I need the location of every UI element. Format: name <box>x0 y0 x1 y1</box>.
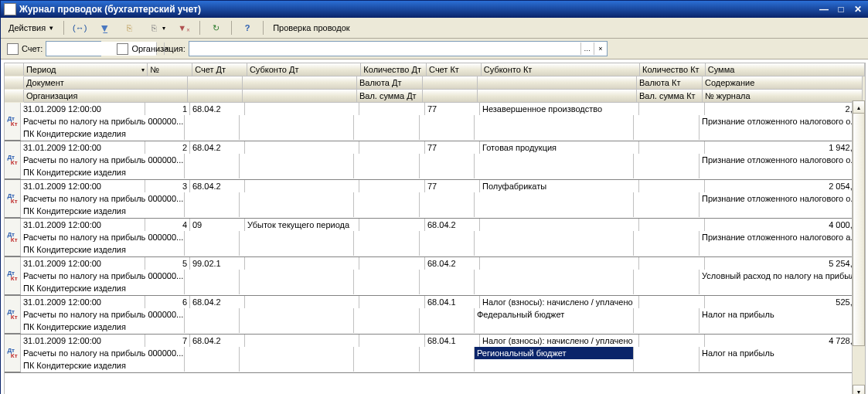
app-icon <box>4 3 16 15</box>
col-num[interactable]: № <box>148 63 192 76</box>
col-sub-dt[interactable]: Субконто Дт <box>247 63 361 76</box>
col-org[interactable]: Организация <box>24 90 188 103</box>
col-valsum-dt[interactable]: Вал. сумма Дт <box>357 90 423 103</box>
scrollbar-vertical[interactable]: ▴ ▾ <box>852 100 865 394</box>
table-row[interactable]: Дт Кт31.01.2009 12:00:00409Убыток текуще… <box>5 219 865 257</box>
cell-valsum-dt <box>354 359 420 372</box>
cell-valsum-kt <box>634 282 700 294</box>
cell-journal <box>700 166 859 178</box>
copy-button[interactable]: ⎘ <box>118 19 140 36</box>
refresh-button[interactable]: ↻ <box>205 19 226 36</box>
account-checkbox[interactable] <box>7 43 19 55</box>
header-row-1: Период▾ № Счет Дт Субконто Дт Количество… <box>5 63 865 76</box>
cell-acc-dt: 68.04.2 <box>190 180 245 192</box>
col-acc-dt[interactable]: Счет Дт <box>192 63 247 76</box>
cell-cur-dt <box>354 231 420 243</box>
cell-sub-kt2 <box>475 231 634 243</box>
col-cur-kt[interactable]: Валюта Кт <box>637 76 703 90</box>
scroll-thumb-v[interactable] <box>853 113 865 346</box>
col-valsum-kt[interactable]: Вал. сумма Кт <box>637 90 703 103</box>
cell-sub-dt <box>245 180 359 192</box>
col-acc-kt[interactable]: Счет Кт <box>427 63 482 76</box>
filterbar: Счет: … × Организация: … × <box>1 39 868 59</box>
cell-sub-kt2 <box>475 115 634 127</box>
cell-sub-dt <box>245 335 359 347</box>
cell-num: 2 <box>145 141 190 154</box>
settings-button[interactable]: ⎘▾ <box>143 19 170 36</box>
col-doc[interactable]: Документ <box>24 76 188 90</box>
cell-acc-dt: 99.02.1 <box>190 257 245 270</box>
cell-org: ПК Кондитерские изделия <box>21 282 185 294</box>
check-postings-button[interactable]: Проверка проводок <box>268 19 354 36</box>
cell-doc: Расчеты по налогу на прибыль 000000... <box>21 347 185 359</box>
cell-num: 4 <box>145 219 190 231</box>
org-filter-input[interactable] <box>189 42 580 56</box>
table-row[interactable]: Дт Кт31.01.2009 12:00:00268.04.277Готова… <box>5 141 865 180</box>
col-cur-dt[interactable]: Валюта Дт <box>357 76 423 90</box>
close-button[interactable]: ✕ <box>850 3 866 15</box>
cell-acc-dt: 68.04.2 <box>190 141 245 154</box>
org-checkbox[interactable] <box>117 43 128 55</box>
cell-qty-dt <box>359 219 425 231</box>
minimize-button[interactable]: — <box>816 3 832 15</box>
col-journal[interactable]: № журнала <box>703 90 863 103</box>
org-filter-field[interactable]: … × <box>189 41 608 56</box>
cell-desc: Условный расход по налогу на прибыль <box>700 270 859 282</box>
filter-button[interactable]: ▼̲ <box>94 19 115 36</box>
cell-sub-kt2: Региональный бюджет <box>475 347 634 359</box>
cell-org: ПК Кондитерские изделия <box>21 321 185 333</box>
cell-desc: Признание отложенного налогового а... <box>700 231 859 243</box>
table-row[interactable]: Дт Кт31.01.2009 12:00:00168.04.277Незаве… <box>5 103 865 141</box>
table-row[interactable]: Дт Кт31.01.2009 12:00:00668.04.268.04.1Н… <box>5 296 865 335</box>
cell-sub-kt <box>480 257 639 270</box>
maximize-button[interactable]: □ <box>833 3 849 15</box>
cell-acc-dt: 68.04.2 <box>190 335 245 347</box>
row-icon: Дт Кт <box>5 335 21 372</box>
col-desc[interactable]: Содержание <box>703 76 863 90</box>
col-blank2 <box>243 76 357 90</box>
table-row[interactable]: Дт Кт31.01.2009 12:00:00368.04.277Полуфа… <box>5 180 865 219</box>
toolbar: Действия ▼ (↔) ▼̲ ⎘ ⎘▾ ▼ₓ ↻ ? Проверка п… <box>1 18 868 39</box>
scroll-down-button[interactable]: ▾ <box>853 385 865 394</box>
clear-filter-button[interactable]: ▼ₓ <box>173 19 195 36</box>
cell-sub-kt: Налог (взносы): начислено / уплачено <box>480 335 639 347</box>
col-qty-dt[interactable]: Количество Дт <box>361 63 427 76</box>
header-icon-col <box>5 63 24 76</box>
cell-sub-kt: Незавершенное производство <box>480 103 639 115</box>
cell-desc: Налог на прибыль <box>700 308 859 321</box>
help-button[interactable]: ? <box>237 19 258 36</box>
org-select-button[interactable]: … <box>580 42 594 55</box>
cell-qty-dt <box>359 257 425 270</box>
org-clear-button[interactable]: × <box>594 42 607 55</box>
cell-qty-dt <box>359 141 425 154</box>
cell-desc: Признание отложенного налогового о... <box>700 192 859 205</box>
interval-button[interactable]: (↔) <box>69 19 90 36</box>
cell-cur-dt <box>354 308 420 321</box>
table-row[interactable]: Дт Кт31.01.2009 12:00:00768.04.268.04.1Н… <box>5 335 865 373</box>
cell-valsum-dt <box>354 282 420 294</box>
row-icon: Дт Кт <box>5 103 21 141</box>
account-filter-field[interactable]: … × <box>46 41 101 56</box>
col-sub-kt[interactable]: Субконто Кт <box>482 63 640 76</box>
cell-period: 31.01.2009 12:00:00 <box>21 180 145 192</box>
cell-cur-kt <box>634 115 700 127</box>
check-postings-label: Проверка проводок <box>273 23 349 32</box>
actions-menu-button[interactable]: Действия ▼ <box>4 19 59 36</box>
titlebar[interactable]: Журнал проводок (бухгалтерский учет) — □… <box>1 1 868 18</box>
cell-qty-dt <box>359 296 425 308</box>
cell-valsum-kt <box>634 205 700 217</box>
col-qty-kt[interactable]: Количество Кт <box>640 63 706 76</box>
cell-num: 3 <box>145 180 190 192</box>
col-sum[interactable]: Сумма <box>706 63 865 76</box>
cell-qty-kt <box>639 296 705 308</box>
cell-sub-kt2: Федеральный бюджет <box>475 308 634 321</box>
cell-sub-kt2 <box>475 192 634 205</box>
cell-qty-kt <box>639 180 705 192</box>
col-period[interactable]: Период▾ <box>24 63 148 76</box>
cell-num: 6 <box>145 296 190 308</box>
cell-doc: Расчеты по налогу на прибыль 000000... <box>21 231 185 243</box>
cell-sub-kt: Готовая продукция <box>480 141 639 154</box>
cell-desc: Налог на прибыль <box>700 347 859 359</box>
cell-valsum-dt <box>354 205 420 217</box>
table-row[interactable]: Дт Кт31.01.2009 12:00:00599.02.168.04.25… <box>5 257 865 296</box>
